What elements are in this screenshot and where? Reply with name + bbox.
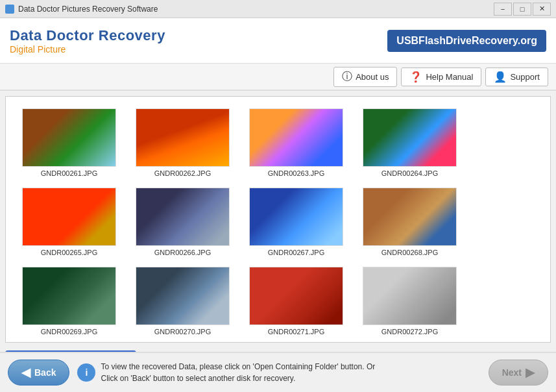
photo-item[interactable]: GNDR00272.JPG: [359, 267, 460, 336]
about-us-button[interactable]: ⓘ About us: [333, 67, 397, 87]
photo-thumbnail: [22, 267, 116, 325]
info-icon: ⓘ: [342, 70, 352, 84]
photo-thumbnail: [363, 267, 457, 325]
photo-thumbnail: [249, 188, 343, 246]
help-icon: ❓: [409, 71, 422, 83]
photo-item[interactable]: GNDR00267.JPG: [246, 188, 346, 256]
svg-rect-3: [363, 108, 456, 167]
photo-label: GNDR00269.JPG: [41, 328, 97, 336]
svg-rect-0: [23, 108, 115, 167]
next-button: Next ▶: [489, 360, 548, 386]
back-arrow-icon: ◀: [21, 365, 30, 380]
app-icon: [5, 5, 14, 14]
photo-item[interactable]: GNDR00271.JPG: [246, 267, 346, 336]
photo-thumbnail: [249, 108, 343, 167]
info-text: To view the recovered Data, please click…: [101, 361, 375, 384]
app-subtitle: Digital Picture: [10, 44, 165, 55]
photo-item[interactable]: GNDR00269.JPG: [19, 267, 119, 336]
photo-thumbnail: [249, 267, 343, 325]
photo-label: GNDR00261.JPG: [41, 169, 97, 177]
photo-thumbnail: [22, 108, 116, 167]
photo-label: GNDR00263.JPG: [268, 169, 324, 177]
svg-rect-4: [23, 188, 115, 246]
svg-rect-7: [363, 188, 456, 246]
toolbar: ⓘ About us ❓ Help Manual 👤 Support: [0, 64, 556, 91]
photo-item[interactable]: GNDR00261.JPG: [19, 108, 119, 177]
photo-label: GNDR00265.JPG: [41, 249, 97, 256]
photo-item[interactable]: GNDR00265.JPG: [19, 188, 119, 256]
svg-rect-10: [250, 267, 343, 325]
photo-label: GNDR00272.JPG: [381, 328, 438, 336]
svg-rect-11: [363, 267, 456, 325]
maximize-button[interactable]: □: [513, 3, 531, 16]
photo-thumbnail: [22, 188, 116, 246]
support-label: Support: [510, 72, 540, 82]
photo-item[interactable]: GNDR00266.JPG: [132, 188, 233, 256]
info-circle-icon: i: [77, 363, 95, 382]
support-icon: 👤: [494, 71, 507, 83]
svg-rect-8: [23, 267, 115, 325]
photo-thumbnail: [363, 108, 457, 167]
main-content: GNDR00261.JPG GNDR00262.JPG GNDR00263.JP…: [5, 96, 551, 343]
photos-grid[interactable]: GNDR00261.JPG GNDR00262.JPG GNDR00263.JP…: [6, 97, 550, 342]
svg-rect-9: [136, 267, 229, 325]
photo-label: GNDR00271.JPG: [268, 328, 324, 336]
window-title: Data Doctor Pictures Recovery Software: [18, 5, 158, 14]
next-arrow-icon: ▶: [526, 365, 535, 380]
photo-item[interactable]: GNDR00270.JPG: [132, 267, 233, 336]
photo-thumbnail: [136, 188, 230, 246]
photo-label: GNDR00264.JPG: [381, 169, 438, 177]
app-title: Data Doctor Recovery: [10, 27, 165, 44]
app-brand: USBFlashDriveRecovery.org: [387, 30, 546, 52]
photo-label: GNDR00270.JPG: [154, 328, 211, 336]
window-controls[interactable]: − □ ✕: [494, 3, 551, 16]
minimize-button[interactable]: −: [494, 3, 512, 16]
photo-thumbnail: [136, 108, 230, 167]
photo-label: GNDR00268.JPG: [381, 249, 438, 256]
app-header: Data Doctor Recovery Digital Picture USB…: [0, 18, 556, 64]
photo-label: GNDR00262.JPG: [154, 169, 211, 177]
info-section: i To view the recovered Data, please cli…: [77, 361, 480, 384]
back-label: Back: [34, 367, 56, 378]
close-button[interactable]: ✕: [533, 3, 551, 16]
photo-item[interactable]: GNDR00264.JPG: [359, 108, 460, 177]
support-button[interactable]: 👤 Support: [485, 67, 548, 86]
photo-label: GNDR00266.JPG: [154, 249, 211, 256]
photo-thumbnail: [136, 267, 230, 325]
svg-rect-6: [250, 188, 343, 246]
svg-rect-5: [136, 188, 229, 246]
about-label: About us: [356, 72, 389, 82]
help-manual-button[interactable]: ❓ Help Manual: [401, 67, 481, 86]
photo-item[interactable]: GNDR00268.JPG: [359, 188, 460, 256]
photo-thumbnail: [363, 188, 457, 246]
svg-rect-1: [136, 108, 229, 167]
help-label: Help Manual: [426, 72, 473, 82]
bottom-bar: ◀ Back i To view the recovered Data, ple…: [0, 352, 556, 392]
photo-item[interactable]: GNDR00263.JPG: [246, 108, 346, 177]
photo-label: GNDR00267.JPG: [268, 249, 324, 256]
back-button[interactable]: ◀ Back: [8, 360, 69, 386]
photo-item[interactable]: GNDR00262.JPG: [132, 108, 233, 177]
title-bar-left: Data Doctor Pictures Recovery Software: [5, 5, 158, 14]
title-bar: Data Doctor Pictures Recovery Software −…: [0, 0, 556, 18]
svg-rect-2: [250, 108, 343, 167]
app-title-section: Data Doctor Recovery Digital Picture: [10, 27, 165, 55]
next-label: Next: [502, 367, 522, 378]
